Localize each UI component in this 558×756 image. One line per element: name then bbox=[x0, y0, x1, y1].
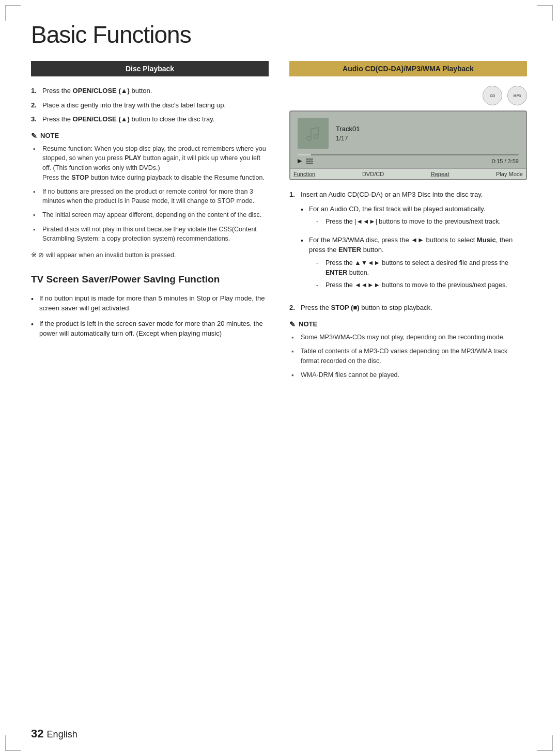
left-note-section: ✎ NOTE ▪ Resume function: When you stop … bbox=[31, 132, 269, 259]
sub-text-3: Press the ◄◄►► buttons to move to the pr… bbox=[326, 280, 507, 290]
player-screen: Track01 1/17 ▶ 0: bbox=[289, 111, 527, 180]
play-btn: ▶ bbox=[298, 158, 302, 164]
footer-function: Function bbox=[293, 171, 315, 177]
step-3: 3. Press the OPEN/CLOSE (▲) button to cl… bbox=[31, 114, 269, 124]
right-note-header: ✎ NOTE bbox=[289, 320, 527, 328]
step-2: 2. Place a disc gently into the tray wit… bbox=[31, 100, 269, 111]
audio-sub-sub-item-3: - Press the ◄◄►► buttons to move to the … bbox=[316, 280, 527, 290]
audio-sub-list: • For an Audio CD, the first track will … bbox=[301, 204, 527, 294]
note-text-4: Pirated discs will not play in this unit… bbox=[42, 225, 269, 244]
audio-sub-sub-item-1: - Press the |◄◄►| buttons to move to the… bbox=[316, 217, 501, 227]
corner-bl bbox=[5, 735, 21, 751]
right-note-item-1: ▪ Some MP3/WMA-CDs may not play, dependi… bbox=[289, 333, 527, 343]
right-note-list: ▪ Some MP3/WMA-CDs may not play, dependi… bbox=[289, 333, 527, 381]
left-note-label: NOTE bbox=[40, 132, 59, 139]
tv-bullet-2: • If the product is left in the screen s… bbox=[31, 319, 269, 339]
cd-label: CD bbox=[490, 94, 495, 98]
progress-area: ▶ 0:15 / 3:59 bbox=[298, 154, 519, 164]
tv-bullet-list: • If no button input is made for more th… bbox=[31, 293, 269, 339]
step-2-num: 2. bbox=[31, 100, 39, 111]
tv-section-title: TV Screen Saver/Power Saving Function bbox=[31, 273, 269, 286]
note-item-4: ▪ Pirated discs will not play in this un… bbox=[31, 225, 269, 244]
mp3-label: MP3 bbox=[514, 94, 521, 98]
note-bullet-2: ▪ bbox=[33, 187, 38, 207]
tv-bullet-dot-1: • bbox=[31, 294, 35, 313]
cd-icons-row: CD MP3 bbox=[289, 86, 527, 105]
sub-dash-3: - bbox=[316, 280, 322, 290]
right-note-item-2: ▪ Table of contents of a MP3-CD varies d… bbox=[289, 346, 527, 366]
right-note-text-1: Some MP3/WMA-CDs may not play, depending… bbox=[301, 333, 527, 343]
track-name: Track01 bbox=[336, 125, 519, 133]
tv-bullet-dot-2: • bbox=[31, 319, 35, 339]
note-item-2: ▪ If no buttons are pressed on the produ… bbox=[31, 187, 269, 207]
menu-line-2 bbox=[306, 161, 313, 162]
footer-playmode: Play Mode bbox=[496, 171, 523, 177]
footer-repeat: Repeat bbox=[431, 171, 449, 177]
step-1-num: 1. bbox=[31, 86, 39, 96]
audio-step-1: 1. Insert an Audio CD(CD-DA) or an MP3 D… bbox=[289, 190, 527, 298]
right-note-item-3: ▪ WMA-DRM files cannot be played. bbox=[289, 370, 527, 381]
music-note-icon bbox=[298, 118, 329, 149]
sub-text-1: Press the |◄◄►| buttons to move to the p… bbox=[326, 217, 501, 227]
tv-bullet-1: • If no button input is made for more th… bbox=[31, 293, 269, 313]
audio-sub-text-1: For an Audio CD, the first track will be… bbox=[309, 204, 501, 230]
menu-lines-icon bbox=[306, 159, 313, 164]
sub-text-2: Press the ▲▼◄► buttons to select a desir… bbox=[326, 258, 527, 278]
track-num: 1/17 bbox=[336, 135, 519, 142]
left-column: Disc Playback 1. Press the OPEN/CLOSE (▲… bbox=[31, 61, 269, 344]
note-bullet-4: ▪ bbox=[33, 225, 38, 244]
audio-sub-dot-1: • bbox=[301, 204, 305, 230]
page-num-label: English bbox=[47, 729, 78, 739]
note-text-2: If no buttons are pressed on the product… bbox=[42, 187, 269, 207]
step-3-num: 3. bbox=[31, 114, 39, 124]
right-note-bullet-1: ▪ bbox=[291, 333, 297, 343]
sub-dash-1: - bbox=[316, 217, 322, 227]
step-1: 1. Press the OPEN/CLOSE (▲) button. bbox=[31, 86, 269, 96]
player-footer: Function DVD/CD Repeat Play Mode bbox=[290, 168, 526, 179]
player-screen-inner: Track01 1/17 bbox=[298, 118, 519, 149]
audio-step-1-text: Insert an Audio CD(CD-DA) or an MP3 Disc… bbox=[301, 190, 527, 298]
right-note-bullet-2: ▪ bbox=[291, 346, 297, 366]
corner-tl bbox=[5, 5, 21, 21]
tv-section: TV Screen Saver/Power Saving Function • … bbox=[31, 273, 269, 339]
corner-br bbox=[537, 735, 553, 751]
menu-line-1 bbox=[306, 159, 313, 160]
note-bullet-3: ▪ bbox=[33, 210, 38, 220]
note-icon: ✎ bbox=[31, 132, 37, 140]
step-3-text: Press the OPEN/CLOSE (▲) button to close… bbox=[42, 114, 269, 124]
step-2-text: Place a disc gently into the tray with t… bbox=[42, 100, 269, 111]
right-note-section: ✎ NOTE ▪ Some MP3/WMA-CDs may not play, … bbox=[289, 320, 527, 381]
tv-bullet-text-2: If the product is left in the screen sav… bbox=[39, 319, 269, 339]
right-note-bullet-3: ▪ bbox=[291, 370, 297, 381]
right-note-label: NOTE bbox=[299, 320, 317, 328]
audio-sub-dot-2: • bbox=[301, 235, 305, 293]
time-display: 0:15 / 3:59 bbox=[492, 158, 519, 164]
audio-sub-sub-1: - Press the |◄◄►| buttons to move to the… bbox=[309, 217, 501, 227]
right-note-text-2: Table of contents of a MP3-CD varies dep… bbox=[301, 346, 527, 366]
left-note-list: ▪ Resume function: When you stop disc pl… bbox=[31, 144, 269, 244]
page-num: 32 bbox=[31, 727, 43, 740]
sub-dash-2: - bbox=[316, 258, 322, 278]
audio-step-1-num: 1. bbox=[289, 190, 298, 298]
audio-sub-2: • For the MP3/WMA disc, press the ◄► but… bbox=[301, 235, 527, 293]
audio-sub-1: • For an Audio CD, the first track will … bbox=[301, 204, 527, 230]
audio-cd-steps: 1. Insert an Audio CD(CD-DA) or an MP3 D… bbox=[289, 190, 527, 313]
audio-sub-sub-2: - Press the ▲▼◄► buttons to select a des… bbox=[309, 258, 527, 290]
step-1-text: Press the OPEN/CLOSE (▲) button. bbox=[42, 86, 269, 96]
audio-cd-header: Audio CD(CD-DA)/MP3/WMA Playback bbox=[289, 61, 527, 76]
audio-step-2-num: 2. bbox=[289, 303, 298, 313]
invalid-note: ※ ⊘ will appear when an invalid button i… bbox=[31, 251, 269, 259]
menu-line-3 bbox=[306, 163, 313, 164]
mp3-icon: MP3 bbox=[507, 86, 527, 105]
left-note-header: ✎ NOTE bbox=[31, 132, 269, 140]
audio-step-2-text: Press the STOP (■) button to stop playba… bbox=[301, 303, 527, 313]
note-text-3: The initial screen may appear different,… bbox=[42, 210, 269, 220]
note-item-1: ▪ Resume function: When you stop disc pl… bbox=[31, 144, 269, 183]
page-number-area: 32 English bbox=[31, 727, 78, 741]
tv-bullet-text-1: If no button input is made for more than… bbox=[39, 293, 269, 313]
note-item-3: ▪ The initial screen may appear differen… bbox=[31, 210, 269, 220]
progress-bar-bg bbox=[298, 154, 519, 155]
disc-steps: 1. Press the OPEN/CLOSE (▲) button. 2. P… bbox=[31, 86, 269, 124]
track-info: Track01 1/17 bbox=[336, 125, 519, 142]
right-note-icon: ✎ bbox=[289, 320, 296, 328]
